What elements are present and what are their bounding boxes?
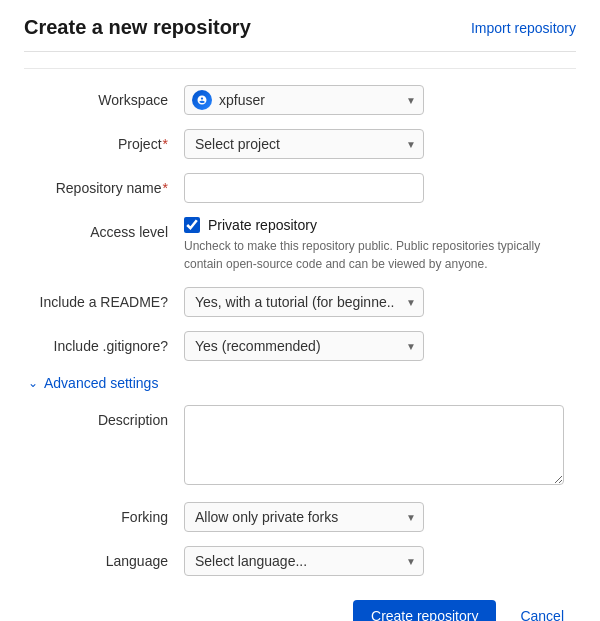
private-repo-row: Private repository [184,217,576,233]
form-actions: Create repository Cancel [24,600,576,621]
workspace-row: Workspace xpfuser ▼ [24,85,576,115]
project-row: Project* Select project ▼ [24,129,576,159]
readme-control: Yes, with a tutorial (for beginne... ▼ [184,287,576,317]
page-title: Create a new repository [24,16,251,39]
import-repository-link[interactable]: Import repository [471,20,576,36]
gitignore-label: Include .gitignore? [24,331,184,354]
workspace-select-wrap: xpfuser ▼ [184,85,424,115]
page-header: Create a new repository Import repositor… [24,16,576,52]
language-row: Language Select language... ▼ [24,546,576,576]
project-required: * [163,136,168,152]
project-control: Select project ▼ [184,129,576,159]
advanced-settings-toggle[interactable]: ⌄ Advanced settings [24,375,576,391]
workspace-label: Workspace [24,85,184,108]
readme-row: Include a README? Yes, with a tutorial (… [24,287,576,317]
gitignore-select-wrapper: Yes (recommended) ▼ [184,331,424,361]
description-control [184,405,576,488]
workspace-select[interactable]: xpfuser [184,85,424,115]
private-repo-label: Private repository [208,217,317,233]
forking-label: Forking [24,502,184,525]
forking-row: Forking Allow only private forks ▼ [24,502,576,532]
gitignore-select[interactable]: Yes (recommended) [184,331,424,361]
workspace-control: xpfuser ▼ [184,85,576,115]
forking-control: Allow only private forks ▼ [184,502,576,532]
cancel-button[interactable]: Cancel [508,600,576,621]
gitignore-row: Include .gitignore? Yes (recommended) ▼ [24,331,576,361]
project-select-wrapper: Select project ▼ [184,129,424,159]
language-select-wrapper: Select language... ▼ [184,546,424,576]
description-textarea[interactable] [184,405,564,485]
repo-name-label: Repository name* [24,173,184,196]
readme-select[interactable]: Yes, with a tutorial (for beginne... [184,287,424,317]
access-hint: Uncheck to make this repository public. … [184,237,544,273]
description-label: Description [24,405,184,428]
chevron-down-icon: ⌄ [28,376,38,390]
advanced-settings-label: Advanced settings [44,375,158,391]
access-level-control: Private repository Uncheck to make this … [184,217,576,273]
forking-select[interactable]: Allow only private forks [184,502,424,532]
repo-name-control [184,173,576,203]
project-select[interactable]: Select project [184,129,424,159]
divider [24,68,576,69]
repo-name-row: Repository name* [24,173,576,203]
description-row: Description [24,405,576,488]
repo-name-input[interactable] [184,173,424,203]
language-select[interactable]: Select language... [184,546,424,576]
access-level-label: Access level [24,217,184,240]
forking-select-wrapper: Allow only private forks ▼ [184,502,424,532]
language-label: Language [24,546,184,569]
access-level-row: Access level Private repository Uncheck … [24,217,576,273]
page-container: Create a new repository Import repositor… [0,0,600,621]
readme-select-wrapper: Yes, with a tutorial (for beginne... ▼ [184,287,424,317]
gitignore-control: Yes (recommended) ▼ [184,331,576,361]
access-level-wrap: Private repository Uncheck to make this … [184,217,576,273]
project-label: Project* [24,129,184,152]
create-repository-button[interactable]: Create repository [353,600,496,621]
repo-name-required: * [163,180,168,196]
private-repo-checkbox[interactable] [184,217,200,233]
readme-label: Include a README? [24,287,184,310]
language-control: Select language... ▼ [184,546,576,576]
